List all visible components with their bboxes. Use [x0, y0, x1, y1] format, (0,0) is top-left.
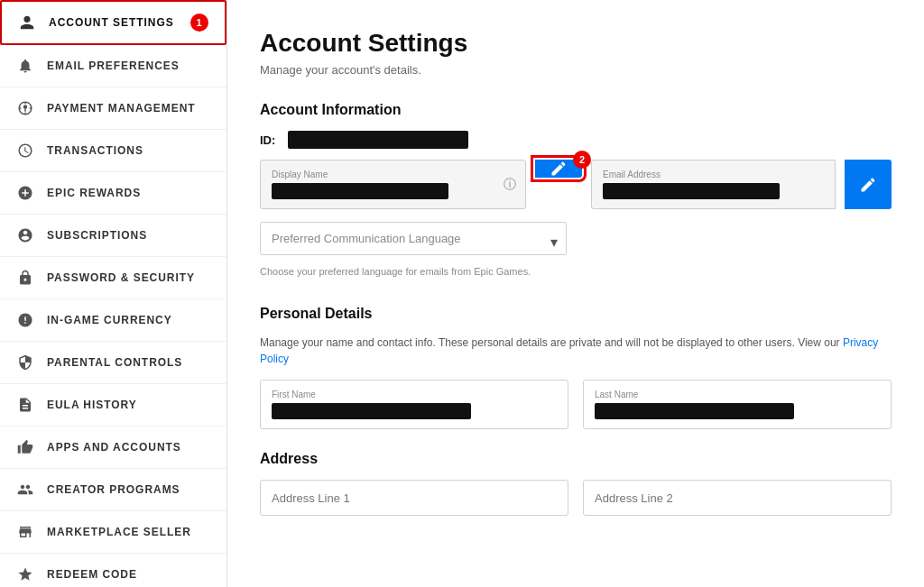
sidebar-item-label: Password & Security [47, 271, 195, 284]
sidebar-item-marketplace-seller[interactable]: Marketplace Seller [0, 511, 226, 554]
name-fields-row: First Name Last Name [260, 380, 892, 429]
edit-badge: 2 [573, 151, 591, 169]
sidebar-item-redeem-code[interactable]: Redeem Code [0, 554, 226, 587]
last-name-field: Last Name [583, 380, 892, 429]
sidebar-item-label: Account Settings [49, 16, 174, 29]
address-line1-input[interactable] [272, 491, 557, 505]
address-line1-field[interactable] [260, 480, 568, 516]
personal-details-note: Manage your name and contact info. These… [260, 335, 892, 367]
sidebar: Account Settings 1 Email Preferences Pay… [0, 0, 227, 587]
sidebar-item-label: In-Game Currency [47, 314, 172, 326]
address-section: Address [260, 451, 892, 516]
display-name-field: Display Name ⓘ [260, 160, 526, 209]
info-icon: ⓘ [504, 177, 516, 193]
sidebar-item-subscriptions[interactable]: Subscriptions [0, 215, 226, 257]
display-name-redacted [272, 183, 448, 199]
dollar-icon [16, 99, 34, 117]
page-subtitle: Manage your account's details. [260, 63, 892, 77]
language-dropdown-wrapper[interactable]: Preferred Communication Language [260, 222, 567, 261]
display-name-edit-wrapper: 2 [535, 160, 582, 209]
sidebar-item-label: EULA History [47, 399, 137, 411]
sidebar-item-payment-management[interactable]: Payment Management [0, 87, 226, 130]
sidebar-item-in-game-currency[interactable]: In-Game Currency [0, 299, 226, 342]
address-line2-input[interactable] [595, 491, 880, 505]
store-icon [16, 523, 34, 541]
sidebar-item-label: Payment Management [47, 102, 196, 115]
sidebar-item-transactions[interactable]: Transactions [0, 130, 226, 172]
id-value-redacted [288, 131, 468, 149]
sidebar-item-parental-controls[interactable]: Parental Controls [0, 342, 226, 384]
address-line2-field[interactable] [583, 480, 892, 516]
sidebar-item-label: Apps and Accounts [47, 441, 181, 454]
sidebar-item-label: Subscriptions [47, 229, 147, 242]
sidebar-item-label: Redeem Code [47, 568, 137, 581]
sidebar-item-epic-rewards[interactable]: Epic Rewards [0, 172, 226, 215]
sidebar-item-label: Parental Controls [47, 356, 182, 369]
first-name-label: First Name [272, 390, 557, 399]
apps-icon [16, 438, 34, 456]
shield-icon [16, 353, 34, 371]
subscriptions-icon [16, 226, 34, 244]
email-value-redacted [603, 183, 780, 199]
sidebar-item-creator-programs[interactable]: Creator Programs [0, 469, 226, 511]
sidebar-item-account-settings[interactable]: Account Settings 1 [0, 0, 226, 45]
sidebar-item-email-preferences[interactable]: Email Preferences [0, 45, 226, 87]
bell-icon [16, 57, 34, 75]
plus-circle-icon [16, 184, 34, 202]
email-label: Email Address [603, 170, 824, 179]
lock-icon [16, 269, 34, 287]
account-info-title: Account Information [260, 102, 892, 118]
currency-icon [16, 311, 34, 329]
people-icon [16, 481, 34, 499]
id-label: ID: [260, 133, 275, 147]
personal-details-title: Personal Details [260, 306, 892, 322]
star-icon [16, 565, 34, 583]
personal-details-section: Personal Details Manage your name and co… [260, 306, 892, 429]
sidebar-item-label: Email Preferences [47, 60, 180, 72]
sidebar-item-label: Creator Programs [47, 483, 180, 496]
first-name-field: First Name [260, 380, 568, 429]
sidebar-item-label: Transactions [47, 144, 143, 157]
id-row: ID: [260, 131, 892, 149]
account-info-section: Account Information ID: Display Name ⓘ 2 [260, 102, 892, 277]
last-name-redacted [595, 403, 794, 419]
page-title: Account Settings [260, 29, 892, 58]
display-name-label: Display Name [272, 170, 493, 179]
sidebar-item-apps-accounts[interactable]: Apps and Accounts [0, 426, 226, 469]
document-icon [16, 396, 34, 414]
address-title: Address [260, 451, 892, 467]
address-fields-row [260, 480, 892, 516]
email-edit-button[interactable] [845, 160, 892, 209]
first-name-redacted [272, 403, 471, 419]
email-field: Email Address [591, 160, 836, 209]
person-icon [18, 14, 36, 32]
main-content: Account Settings Manage your account's d… [227, 0, 924, 587]
sidebar-item-label: Marketplace Seller [47, 526, 191, 538]
clock-icon [16, 142, 34, 160]
account-settings-badge: 1 [190, 14, 208, 32]
sidebar-item-eula-history[interactable]: EULA History [0, 384, 226, 426]
sidebar-item-password-security[interactable]: Password & Security [0, 257, 226, 299]
sidebar-item-label: Epic Rewards [47, 187, 141, 199]
language-hint: Choose your preferred language for email… [260, 266, 892, 277]
last-name-label: Last Name [595, 390, 880, 399]
language-dropdown[interactable]: Preferred Communication Language [260, 222, 567, 255]
